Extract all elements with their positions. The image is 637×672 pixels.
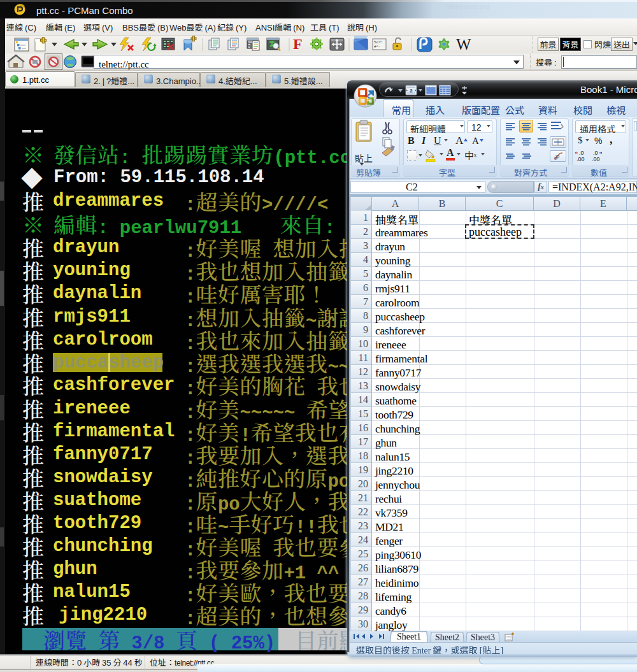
svg-text:5o?!: 5o?! — [374, 40, 383, 45]
svg-text:.0: .0 — [593, 150, 598, 156]
svg-text:F: F — [293, 36, 303, 52]
svg-text:.00: .00 — [592, 156, 600, 162]
svg-text:a: a — [410, 87, 413, 94]
svg-text:.00: .00 — [576, 156, 585, 162]
svg-text:#^-: #^- — [374, 45, 381, 49]
svg-text:.0: .0 — [579, 150, 584, 156]
svg-text:W: W — [456, 36, 471, 53]
